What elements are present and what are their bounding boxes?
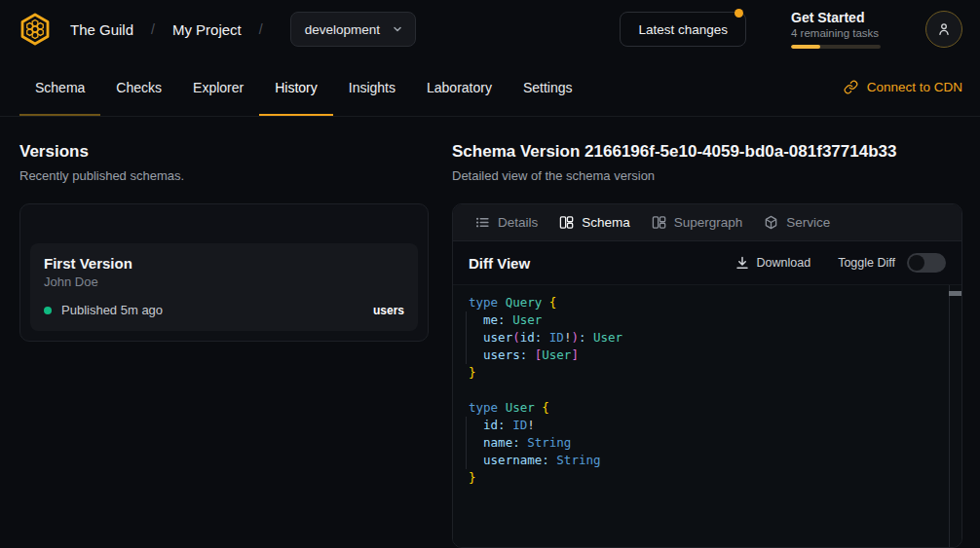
- user-icon: [936, 21, 952, 37]
- detail-tab-supergraph[interactable]: Supergraph: [641, 204, 754, 240]
- download-icon: [735, 256, 749, 270]
- code-line: users: [User]: [469, 347, 946, 364]
- indent-guide: [466, 311, 467, 364]
- code-line: }: [469, 364, 946, 382]
- nav-tab-laboratory[interactable]: Laboratory: [411, 58, 508, 116]
- link-icon: [844, 80, 858, 94]
- nav-tab-schema[interactable]: Schema: [19, 58, 100, 116]
- version-list-item[interactable]: First Version John Doe Published 5m ago …: [30, 243, 418, 331]
- hive-logo-icon[interactable]: [18, 12, 53, 47]
- diff-header: Diff View Download Toggle Diff: [453, 241, 961, 285]
- scrollbar-thumb[interactable]: [949, 291, 961, 296]
- versions-subtitle: Recently published schemas.: [19, 168, 429, 183]
- version-name: First Version: [44, 255, 404, 272]
- columns-icon: [559, 215, 574, 230]
- version-detail-subtitle: Detailed view of the schema version: [452, 168, 962, 183]
- environment-dropdown-value: development: [305, 22, 380, 37]
- notification-dot: [735, 9, 743, 18]
- nav-tabs: SchemaChecksExplorerHistoryInsightsLabor…: [19, 58, 588, 116]
- breadcrumb: The Guild / My Project / development: [18, 12, 416, 47]
- download-button[interactable]: Download: [735, 256, 811, 270]
- toggle-diff-switch[interactable]: [907, 253, 946, 273]
- versions-panel: Versions Recently published schemas. Fir…: [0, 117, 452, 548]
- code-line: username: String: [469, 452, 946, 469]
- detail-tab-schema[interactable]: Schema: [548, 204, 641, 240]
- diff-view-title: Diff View: [469, 255, 530, 272]
- indent-guide: [466, 417, 467, 469]
- detail-tab-label: Supergraph: [674, 215, 743, 230]
- get-started-widget[interactable]: Get Started 4 remaining tasks: [791, 10, 881, 49]
- detail-tab-label: Details: [498, 215, 538, 230]
- scrollbar-track[interactable]: [949, 285, 961, 547]
- code-line: name: String: [469, 434, 946, 452]
- detail-tab-strip: DetailsSchemaSupergraphService: [453, 204, 961, 241]
- cube-icon: [764, 215, 778, 230]
- nav-tab-checks[interactable]: Checks: [100, 58, 177, 116]
- schema-code-viewer[interactable]: type Query { me: User user(id: ID!): Use…: [453, 285, 961, 547]
- connect-to-cdn-label: Connect to CDN: [867, 80, 962, 94]
- detail-tab-label: Schema: [582, 215, 630, 230]
- nav-tab-history[interactable]: History: [259, 58, 333, 116]
- user-avatar-button[interactable]: [925, 11, 962, 48]
- version-service-badge: users: [373, 304, 404, 317]
- versions-card: First Version John Doe Published 5m ago …: [19, 203, 429, 342]
- code-line: user(id: ID!): User: [469, 329, 946, 347]
- code-line: }: [469, 469, 946, 487]
- columns-icon: [652, 215, 666, 230]
- get-started-title: Get Started: [791, 10, 881, 25]
- detail-tab-label: Service: [786, 215, 830, 230]
- code-line: [469, 382, 946, 399]
- code-line: type User {: [469, 399, 946, 417]
- download-label: Download: [757, 256, 811, 270]
- nav-tab-settings[interactable]: Settings: [508, 58, 588, 116]
- published-status-dot: [44, 307, 52, 314]
- version-detail-panel: Schema Version 2166196f-5e10-4059-bd0a-0…: [452, 117, 980, 548]
- toggle-diff-label: Toggle Diff: [838, 256, 895, 270]
- breadcrumb-separator: /: [151, 21, 155, 37]
- connect-to-cdn-link[interactable]: Connect to CDN: [844, 58, 962, 116]
- list-icon: [475, 215, 490, 230]
- version-author: John Doe: [44, 274, 404, 289]
- latest-changes-button[interactable]: Latest changes: [620, 12, 746, 47]
- version-detail-title: Schema Version 2166196f-5e10-4059-bd0a-0…: [452, 142, 962, 162]
- environment-dropdown[interactable]: development: [290, 12, 416, 47]
- version-status: Published 5m ago: [61, 303, 163, 317]
- detail-tab-details[interactable]: Details: [465, 204, 548, 240]
- versions-title: Versions: [19, 142, 429, 162]
- latest-changes-label: Latest changes: [638, 22, 728, 37]
- breadcrumb-separator: /: [259, 21, 263, 37]
- chevron-down-icon: [392, 23, 403, 35]
- breadcrumb-org[interactable]: The Guild: [70, 21, 133, 38]
- breadcrumb-project[interactable]: My Project: [172, 21, 242, 38]
- version-detail-card: DetailsSchemaSupergraphService Diff View…: [452, 203, 962, 548]
- toggle-diff-knob: [909, 255, 924, 271]
- code-line: me: User: [469, 311, 946, 329]
- nav-tab-insights[interactable]: Insights: [333, 58, 411, 116]
- primary-nav: SchemaChecksExplorerHistoryInsightsLabor…: [0, 58, 980, 117]
- app-header: The Guild / My Project / development Lat…: [0, 0, 980, 58]
- main-content: Versions Recently published schemas. Fir…: [0, 117, 980, 548]
- nav-tab-explorer[interactable]: Explorer: [177, 58, 259, 116]
- get-started-subtitle: 4 remaining tasks: [791, 27, 881, 39]
- code-line: type Query {: [469, 294, 946, 311]
- get-started-progress-fill: [791, 45, 820, 49]
- detail-tab-service[interactable]: Service: [753, 204, 841, 240]
- get-started-progressbar: [791, 45, 881, 49]
- code-line: id: ID!: [469, 417, 946, 434]
